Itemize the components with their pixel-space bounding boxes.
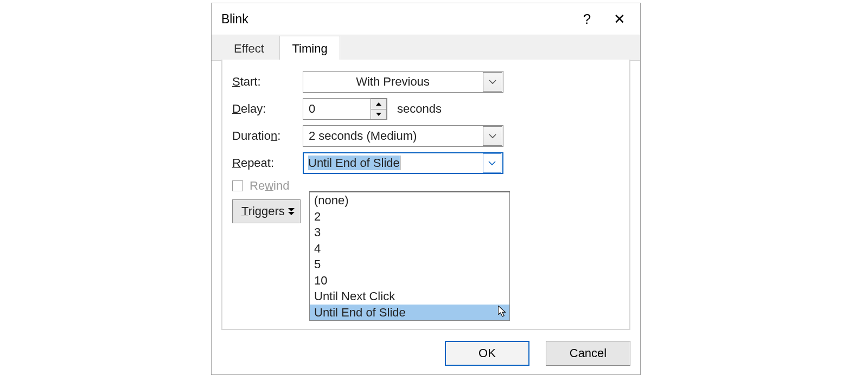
- triggers-expand-icon: [288, 208, 295, 215]
- chevron-down-icon: [489, 133, 496, 139]
- chevron-down-icon: [488, 160, 496, 166]
- label-start: Start:: [232, 75, 303, 89]
- label-duration: Duration:: [232, 129, 303, 143]
- repeat-option-3[interactable]: 3: [310, 224, 509, 241]
- label-rewind: Rewind: [250, 179, 289, 193]
- repeat-dropdown-list: (none) 2 3 4 5 10 Until Next Click Until…: [309, 191, 510, 321]
- triggers-button[interactable]: Triggers: [232, 199, 301, 223]
- triggers-label: Triggers: [241, 204, 285, 218]
- delay-spin-up[interactable]: [371, 99, 387, 109]
- titlebar: Blink ? ✕: [212, 3, 640, 35]
- repeat-value-wrap: Until End of Slide: [304, 156, 482, 170]
- rewind-checkbox[interactable]: [232, 180, 243, 191]
- help-button[interactable]: ?: [571, 7, 603, 31]
- row-repeat: Repeat: Until End of Slide: [232, 150, 620, 177]
- row-start: Start: With Previous: [232, 68, 620, 95]
- repeat-dropdown-arrow[interactable]: [483, 153, 501, 173]
- question-icon: ?: [583, 11, 591, 28]
- repeat-option-10[interactable]: 10: [310, 273, 509, 289]
- delay-spin-down[interactable]: [371, 109, 387, 120]
- svg-marker-0: [376, 102, 381, 106]
- close-button[interactable]: ✕: [603, 7, 636, 31]
- cancel-button[interactable]: Cancel: [546, 341, 630, 366]
- start-value: With Previous: [303, 75, 482, 89]
- tabstrip: Effect Timing: [212, 35, 640, 61]
- duration-dropdown-arrow[interactable]: [483, 126, 502, 146]
- repeat-option-until-next-click[interactable]: Until Next Click: [310, 288, 509, 305]
- dialog-footer: OK Cancel: [445, 341, 630, 366]
- triangle-up-icon: [376, 102, 381, 106]
- repeat-option-none[interactable]: (none): [310, 192, 509, 209]
- close-icon: ✕: [614, 11, 626, 28]
- duration-value: 2 seconds (Medium): [303, 129, 482, 143]
- repeat-select[interactable]: Until End of Slide: [303, 152, 503, 174]
- repeat-option-2[interactable]: 2: [310, 209, 509, 225]
- delay-spinner[interactable]: 0: [303, 98, 387, 120]
- repeat-option-4[interactable]: 4: [310, 241, 509, 257]
- blink-animation-dialog: Blink ? ✕ Effect Timing Start: With Prev…: [211, 3, 641, 375]
- row-duration: Duration: 2 seconds (Medium): [232, 122, 620, 150]
- duration-select[interactable]: 2 seconds (Medium): [303, 125, 503, 147]
- start-select[interactable]: With Previous: [303, 71, 503, 93]
- start-dropdown-arrow[interactable]: [483, 72, 502, 92]
- tab-timing[interactable]: Timing: [279, 36, 340, 61]
- row-delay: Delay: 0 seconds: [232, 95, 620, 122]
- seconds-label: seconds: [397, 102, 442, 116]
- timing-panel: Start: With Previous Delay: 0 seconds Du…: [221, 60, 630, 330]
- tab-effect[interactable]: Effect: [221, 36, 277, 61]
- repeat-option-until-end-of-slide[interactable]: Until End of Slide: [310, 305, 509, 321]
- label-delay: Delay:: [232, 102, 303, 116]
- repeat-option-5[interactable]: 5: [310, 256, 509, 273]
- svg-marker-1: [376, 113, 381, 116]
- repeat-value: Until End of Slide: [308, 156, 400, 170]
- dialog-title: Blink: [221, 12, 571, 27]
- chevron-down-icon: [489, 79, 496, 85]
- delay-value: 0: [303, 102, 371, 116]
- label-repeat: Repeat:: [232, 156, 303, 170]
- triangle-down-icon: [376, 113, 381, 116]
- delay-spinner-buttons: [371, 99, 387, 120]
- ok-button[interactable]: OK: [445, 341, 529, 366]
